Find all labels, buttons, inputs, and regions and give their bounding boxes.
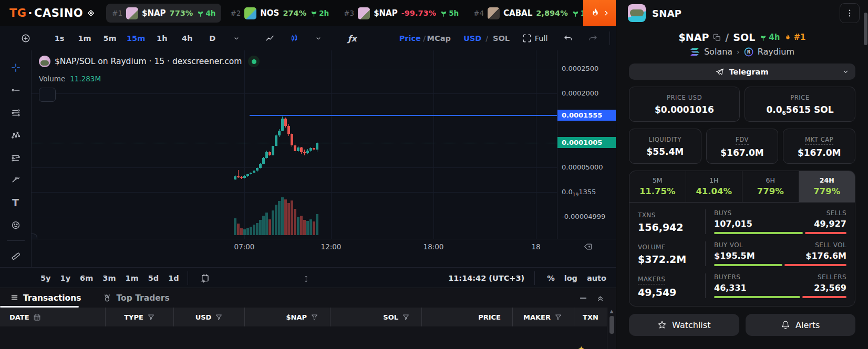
indicators-button[interactable]: ƒx xyxy=(340,29,364,47)
candle[interactable] xyxy=(278,131,281,135)
range-button-5d[interactable]: 5d xyxy=(144,272,162,284)
alert-price-label[interactable]: 0.0001555 xyxy=(557,110,616,121)
candle[interactable] xyxy=(300,147,303,152)
interval-button-1s[interactable]: 1s xyxy=(47,29,71,47)
alerts-button[interactable]: Alerts xyxy=(746,314,856,336)
tool-emoji[interactable] xyxy=(6,216,26,234)
stat-card-liquidity[interactable]: LIQUIDITY$55.4M xyxy=(629,129,701,164)
candle[interactable] xyxy=(275,135,277,146)
transactions-scrollbar[interactable]: ▲ xyxy=(607,308,616,349)
candle[interactable] xyxy=(291,134,293,145)
column-header-sol[interactable]: SOL xyxy=(330,308,421,326)
range-button-6m[interactable]: 6m xyxy=(76,272,97,284)
price-mode-button[interactable]: Price xyxy=(398,29,422,47)
time-axis[interactable]: 07:0012:0018:0018 xyxy=(32,239,616,255)
candle[interactable] xyxy=(281,119,284,131)
stat-card-fdv[interactable]: FDV$167.0M xyxy=(706,129,779,164)
watchlist-button[interactable]: Watchlist xyxy=(629,314,739,336)
candle[interactable] xyxy=(256,168,259,171)
clock-label[interactable]: 11:14:42 (UTC+3) xyxy=(448,274,524,282)
alert-price-line[interactable] xyxy=(250,115,557,116)
candle[interactable] xyxy=(303,152,306,153)
chart-title[interactable]: $NAP/SOL on Raydium · 15 · dexscreener.c… xyxy=(55,57,242,66)
candle[interactable] xyxy=(316,143,318,150)
line-chart-type-button[interactable] xyxy=(258,29,282,47)
filter-funnel-icon[interactable] xyxy=(554,313,562,321)
timeframe-tab-24h[interactable]: 24H779% xyxy=(799,171,855,202)
tool-xabcd-pattern[interactable] xyxy=(6,126,26,144)
chart-type-menu-button[interactable] xyxy=(306,29,330,47)
timeframe-tab-1h[interactable]: 1H41.04% xyxy=(686,171,742,202)
timeframe-tab-5m[interactable]: 5M11.75% xyxy=(629,171,686,202)
layout-grid-button[interactable] xyxy=(364,29,388,47)
scale-button-auto[interactable]: auto xyxy=(585,272,608,284)
fullscreen-button[interactable]: Full xyxy=(523,29,547,47)
redo-button[interactable] xyxy=(581,29,605,47)
panel-menu-button[interactable] xyxy=(840,3,860,23)
stat-card-price[interactable]: PRICE0.065615 SOL xyxy=(745,87,855,122)
interval-menu-button[interactable] xyxy=(224,29,249,47)
tool-text-tool[interactable]: T xyxy=(6,194,26,211)
candle[interactable] xyxy=(306,151,309,153)
tool-crosshair[interactable] xyxy=(6,59,26,77)
goto-date-button[interactable] xyxy=(193,269,217,287)
candle[interactable] xyxy=(309,148,312,151)
candle[interactable] xyxy=(313,148,315,150)
minimize-icon[interactable] xyxy=(578,293,588,303)
candle-chart-type-button[interactable] xyxy=(282,29,306,47)
network-label[interactable]: Solana xyxy=(704,47,732,57)
filter-funnel-icon[interactable] xyxy=(147,313,155,321)
interval-button-D[interactable]: D xyxy=(200,29,224,47)
range-button-5y[interactable]: 5y xyxy=(37,272,55,284)
undo-button[interactable] xyxy=(556,29,581,47)
stat-card-price-usd[interactable]: PRICE USD$0.0001016 xyxy=(629,87,740,122)
tool-brush[interactable] xyxy=(6,172,26,189)
interval-button-1m[interactable]: 1m xyxy=(73,29,97,47)
calendar-icon[interactable] xyxy=(33,313,41,321)
interval-button-5m[interactable]: 5m xyxy=(98,29,122,47)
copy-icon[interactable] xyxy=(713,34,721,41)
trending-item[interactable]: #3$NAP-99.73%5h xyxy=(338,4,464,23)
candle[interactable] xyxy=(294,145,296,151)
timeframe-tab-6h[interactable]: 6H779% xyxy=(742,171,799,202)
range-button-1d[interactable]: 1d xyxy=(164,272,182,284)
range-button-3m[interactable]: 3m xyxy=(99,272,119,284)
scrollbar-thumb[interactable] xyxy=(864,13,867,45)
candle[interactable] xyxy=(297,147,299,151)
interval-button-15m[interactable]: 15m xyxy=(123,29,149,47)
trending-item[interactable]: #4CABAL2,894%11h xyxy=(468,4,601,23)
scroll-up-icon[interactable]: ▲ xyxy=(610,309,614,314)
column-header-maker[interactable]: MAKER xyxy=(512,308,574,326)
usd-currency-button[interactable]: USD xyxy=(460,29,484,47)
pane-collapse-handle[interactable] xyxy=(32,234,37,239)
candle[interactable] xyxy=(240,177,243,178)
column-header-txn[interactable]: TXN xyxy=(574,308,607,326)
candle[interactable] xyxy=(268,152,271,155)
candle[interactable] xyxy=(246,174,249,176)
scale-button-%[interactable]: % xyxy=(545,272,557,284)
candle[interactable] xyxy=(243,176,246,178)
stat-card-mkt-cap[interactable]: MKT CAP$167.0M xyxy=(783,129,855,164)
live-status-icon[interactable] xyxy=(248,56,260,67)
filter-funnel-icon[interactable] xyxy=(311,313,318,321)
scale-button-log[interactable]: log xyxy=(562,272,580,284)
column-header-date[interactable]: DATE xyxy=(0,308,105,326)
mcap-mode-button[interactable]: MCap xyxy=(427,29,451,47)
candle[interactable] xyxy=(237,176,240,177)
filter-funnel-icon[interactable] xyxy=(215,313,223,321)
column-header-nap[interactable]: $NAP xyxy=(244,308,330,326)
tool-trend-line[interactable] xyxy=(6,81,26,99)
filter-funnel-icon[interactable] xyxy=(402,313,410,321)
tab-transactions[interactable]: Transactions xyxy=(0,288,92,308)
candle[interactable] xyxy=(262,158,265,164)
tool-fib-lines[interactable] xyxy=(6,104,26,122)
chart-plot[interactable]: $NAP/SOL on Raydium · 15 · dexscreener.c… xyxy=(32,50,557,239)
tool-projection[interactable] xyxy=(6,149,26,167)
side-scrollbar[interactable] xyxy=(864,13,867,349)
expand-icon[interactable] xyxy=(596,294,604,302)
legend-collapse-button[interactable] xyxy=(39,88,56,102)
candle[interactable] xyxy=(265,152,268,158)
tab-top-traders[interactable]: Top Traders xyxy=(92,288,180,308)
scrollbar-thumb[interactable] xyxy=(609,316,614,334)
range-button-1m[interactable]: 1m xyxy=(122,272,142,284)
